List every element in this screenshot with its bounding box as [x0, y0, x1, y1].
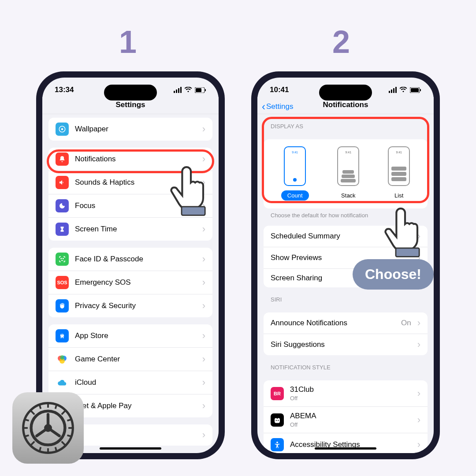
row-siri-suggestions[interactable]: Siri Suggestions ›	[264, 334, 428, 355]
step-number-1: 1	[119, 24, 137, 60]
cloud-icon	[56, 376, 69, 389]
row-wallpaper[interactable]: Wallpaper ›	[48, 118, 212, 141]
dynamic-island	[104, 85, 157, 100]
wifi-icon	[399, 87, 407, 93]
svg-line-27	[62, 411, 65, 415]
svg-line-30	[25, 420, 29, 421]
app-status: Off	[290, 395, 411, 402]
cellular-icon	[389, 87, 397, 93]
home-indicator	[100, 447, 161, 450]
chevron-icon: ›	[202, 300, 205, 312]
status-time: 10:41	[270, 86, 289, 94]
moon-icon	[56, 199, 69, 212]
row-app-31club[interactable]: BR 31Club Off ›	[264, 380, 428, 407]
row-label: iCloud	[75, 378, 196, 387]
svg-point-4	[61, 128, 63, 130]
chevron-icon: ›	[417, 388, 420, 399]
app-icon-31club: BR	[271, 387, 284, 400]
wallpaper-icon	[56, 123, 69, 136]
app-name: 31Club	[290, 385, 411, 394]
row-app-accessibility[interactable]: Accessibility Settings ›	[264, 433, 428, 453]
back-label: Settings	[266, 102, 293, 111]
row-announce[interactable]: Announce Notifications On ›	[264, 312, 428, 334]
svg-line-33	[67, 420, 71, 421]
gear-icon	[20, 400, 76, 456]
svg-point-10	[60, 355, 64, 360]
battery-icon	[410, 87, 421, 93]
svg-rect-17	[182, 207, 205, 216]
row-label: Screen Time	[75, 225, 196, 234]
status-time: 13:34	[55, 86, 74, 94]
battery-icon	[195, 87, 206, 93]
svg-point-6	[63, 258, 64, 259]
chevron-icon: ›	[202, 277, 205, 288]
row-icloud[interactable]: iCloud ›	[48, 371, 212, 394]
chevron-icon: ›	[417, 439, 420, 450]
row-appstore[interactable]: App Store ›	[48, 324, 212, 348]
wifi-icon	[184, 87, 192, 93]
svg-line-40	[48, 428, 60, 436]
chevron-icon: ›	[202, 123, 205, 135]
cursor-icon	[377, 197, 439, 259]
svg-point-5	[61, 258, 62, 259]
option-list[interactable]: 9:41 List	[388, 146, 410, 201]
faceid-icon	[56, 253, 69, 266]
cellular-icon	[174, 87, 182, 93]
row-app-abema[interactable]: ABEMA Off ›	[264, 407, 428, 433]
speaker-icon	[56, 176, 69, 189]
chevron-icon: ›	[202, 429, 205, 441]
chevron-icon: ›	[202, 330, 205, 342]
bell-icon	[56, 152, 69, 166]
option-label: Count	[281, 190, 309, 201]
chevron-icon: ›	[202, 377, 205, 388]
row-label: Face ID & Passcode	[75, 255, 196, 264]
svg-point-16	[276, 442, 278, 443]
row-faceid[interactable]: Face ID & Passcode ›	[48, 248, 212, 271]
app-icon-accessibility	[271, 438, 284, 451]
svg-point-14	[276, 420, 277, 420]
style-header: NOTIFICATION STYLE	[257, 355, 434, 373]
app-status: Off	[290, 421, 411, 428]
hourglass-icon	[56, 223, 69, 236]
gamecenter-icon	[56, 353, 69, 366]
cursor-icon	[163, 156, 225, 218]
row-label: allet & Apple Pay	[75, 402, 196, 410]
chevron-icon: ›	[202, 400, 205, 412]
row-screentime[interactable]: Screen Time ›	[48, 218, 212, 241]
row-emergency[interactable]: SOS Emergency SOS ›	[48, 271, 212, 294]
svg-rect-1	[196, 88, 201, 92]
hand-icon	[56, 299, 69, 312]
svg-line-28	[40, 405, 41, 409]
row-label: Emergency SOS	[75, 278, 196, 287]
svg-line-32	[25, 435, 29, 437]
nav-title: Settings	[49, 100, 212, 109]
svg-rect-18	[396, 248, 419, 257]
siri-header: SIRI	[257, 287, 434, 305]
chevron-icon: ›	[417, 414, 420, 426]
row-label: Wallpaper	[75, 125, 196, 134]
choose-bubble: Choose!	[353, 259, 434, 290]
svg-line-35	[56, 405, 57, 409]
svg-line-25	[62, 442, 65, 445]
home-indicator	[315, 447, 376, 450]
row-label: Privacy & Security	[75, 301, 196, 310]
row-gamecenter[interactable]: Game Center ›	[48, 348, 212, 371]
back-button[interactable]: ‹ Settings	[262, 100, 293, 113]
chevron-icon: ›	[202, 253, 205, 265]
row-privacy[interactable]: Privacy & Security ›	[48, 294, 212, 317]
chevron-left-icon: ‹	[262, 100, 265, 113]
appstore-icon	[56, 329, 69, 342]
option-stack[interactable]: 9:41 Stack	[335, 146, 362, 201]
chevron-icon: ›	[202, 353, 205, 365]
svg-rect-13	[420, 89, 421, 91]
row-value: On	[401, 319, 411, 327]
row-label: App Store	[75, 331, 196, 340]
app-name: ABEMA	[290, 412, 411, 420]
chevron-icon: ›	[417, 317, 420, 329]
row-label: Game Center	[75, 355, 196, 364]
option-count[interactable]: 9:41 Count	[281, 146, 309, 201]
sos-icon: SOS	[56, 276, 69, 289]
chevron-icon: ›	[417, 339, 420, 350]
dynamic-island	[319, 85, 372, 100]
svg-line-29	[56, 447, 57, 451]
